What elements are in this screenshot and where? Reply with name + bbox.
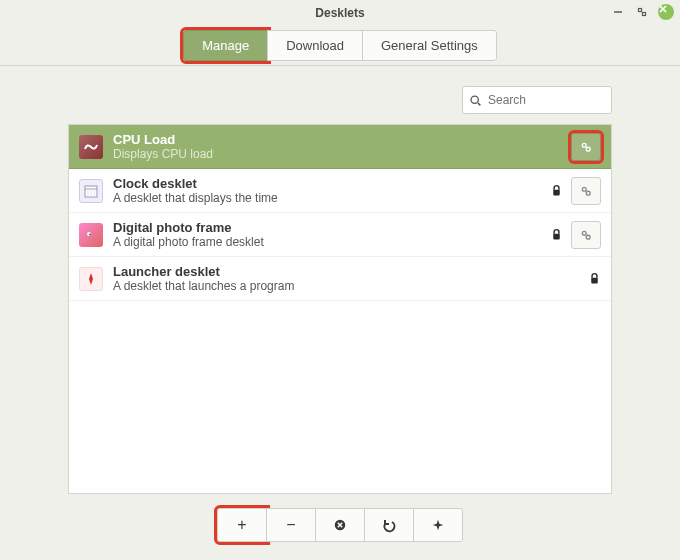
undo-icon [381,517,397,533]
gear-icon [579,184,593,198]
tab-download[interactable]: Download [267,30,363,61]
delete-button[interactable] [315,508,365,542]
close-button[interactable] [658,4,674,20]
photo-icon [79,223,103,247]
list-item-desc: A digital photo frame desklet [113,235,540,249]
list-item-desc: A desklet that displays the time [113,191,540,205]
launcher-icon [79,267,103,291]
settings-button[interactable] [571,221,601,249]
desklet-list[interactable]: CPU Load Displays CPU load Clock desk [68,124,612,494]
calendar-icon [79,179,103,203]
svg-rect-2 [643,13,646,16]
gear-icon [579,228,593,242]
content-area: CPU Load Displays CPU load Clock desk [0,66,680,494]
window-controls [610,4,674,20]
list-item-text: Clock desklet A desklet that displays th… [113,176,540,206]
delete-icon [333,518,347,532]
tab-group: Manage Download General Settings [183,30,497,61]
lock-icon [588,272,601,285]
minus-icon: − [286,516,295,534]
window-title: Desklets [315,6,364,20]
settings-button[interactable] [571,133,601,161]
list-item[interactable]: Clock desklet A desklet that displays th… [69,169,611,213]
list-item[interactable]: Launcher desklet A desklet that launches… [69,257,611,301]
svg-point-5 [471,96,478,103]
tabbar: Manage Download General Settings [0,26,680,66]
bottom-toolbar: + − [0,508,680,542]
svg-point-21 [586,235,590,239]
search-box[interactable] [462,86,612,114]
list-item-actions [550,221,601,249]
svg-rect-19 [553,234,560,240]
maximize-button[interactable] [634,4,650,20]
list-item[interactable]: CPU Load Displays CPU load [69,125,611,169]
settings-button[interactable] [571,177,601,205]
gear-icon [579,140,593,154]
minimize-button[interactable] [610,4,626,20]
svg-point-7 [582,143,586,147]
svg-rect-1 [639,9,642,12]
plus-icon: + [237,516,246,534]
cpu-icon [79,135,103,159]
sparkle-icon [431,518,445,532]
search-input[interactable] [486,92,605,108]
titlebar: Desklets [0,0,680,26]
search-icon [469,94,482,107]
list-item-text: Digital photo frame A digital photo fram… [113,220,540,250]
list-item[interactable]: Digital photo frame A digital photo fram… [69,213,611,257]
svg-line-6 [478,102,480,104]
lock-icon [550,228,563,241]
tab-manage[interactable]: Manage [183,30,268,61]
list-item-text: Launcher desklet A desklet that launches… [113,264,578,294]
list-item-title: Digital photo frame [113,220,540,236]
extension-button[interactable] [413,508,463,542]
list-item-actions [550,177,601,205]
svg-point-18 [89,233,91,235]
toolbar-group: + − [217,508,463,542]
list-item-actions [588,272,601,285]
svg-point-20 [582,231,586,235]
svg-point-16 [586,191,590,195]
list-item-title: Launcher desklet [113,264,578,280]
list-item-title: CPU Load [113,132,561,148]
svg-point-8 [586,147,590,151]
list-item-desc: Displays CPU load [113,147,561,161]
svg-point-15 [582,187,586,191]
lock-icon [550,184,563,197]
undo-button[interactable] [364,508,414,542]
list-item-text: CPU Load Displays CPU load [113,132,561,162]
tab-general-settings[interactable]: General Settings [362,30,497,61]
desklets-window: Desklets Manage Download General Setting… [0,0,680,560]
list-item-title: Clock desklet [113,176,540,192]
remove-button[interactable]: − [266,508,316,542]
search-row [68,86,612,114]
svg-rect-14 [553,190,560,196]
svg-rect-22 [591,278,598,284]
add-button[interactable]: + [217,508,267,542]
list-item-actions [571,133,601,161]
list-item-desc: A desklet that launches a program [113,279,578,293]
